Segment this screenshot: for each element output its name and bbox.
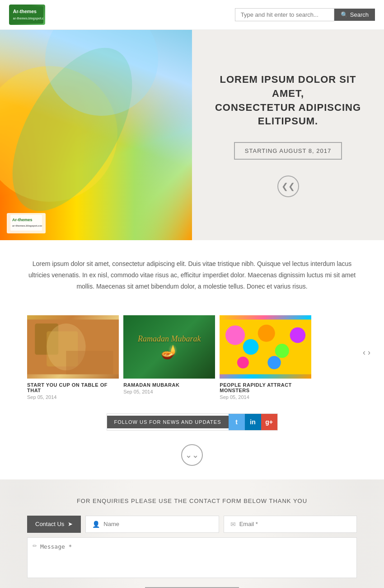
blog-card: Ramadan Mubarak 🪔 RAMADAN MUBARAK Sep 05… <box>123 315 215 400</box>
hero-cta-button[interactable]: STARTING AUGUST 8, 2017 <box>234 142 342 160</box>
name-field-wrapper: 👤 <box>85 516 219 533</box>
svg-point-12 <box>225 325 245 345</box>
linkedin-button[interactable]: in <box>245 414 261 430</box>
svg-point-15 <box>275 344 289 358</box>
search-icon: 🔍 <box>341 11 348 18</box>
intro-section: Lorem ipsum dolor sit amet, consectetur … <box>0 240 384 311</box>
card-date: Sep 05, 2014 <box>27 394 119 400</box>
blog-next-button[interactable]: › <box>368 348 370 357</box>
hero-content: LOREM IPSUM DOLOR SIT AMET,CONSECTETUR A… <box>192 30 384 240</box>
blog-prev-button[interactable]: ‹ <box>363 348 365 357</box>
hero-title: LOREM IPSUM DOLOR SIT AMET,CONSECTETUR A… <box>210 73 366 128</box>
hero-image: Ar-themes ar-themes.blogspot.com <box>0 30 192 240</box>
hero-logo-watermark: Ar-themes ar-themes.blogspot.com <box>7 213 46 233</box>
blog-card: PEOPLE RAPIDLY ATTRACT MONSTERS Sep 05, … <box>220 315 311 400</box>
message-icon: ✏ <box>33 543 37 549</box>
chevron-down-icon: ❮❮ <box>281 181 295 191</box>
follow-bar: FOLLOW US FOR NEWS AND UPDATES t in g+ <box>0 409 384 440</box>
follow-text: FOLLOW US FOR NEWS AND UPDATES <box>107 416 229 428</box>
scroll-center: ⌄⌄ <box>0 440 384 479</box>
contact-top-row: Contact Us ➤ 👤 ✉ <box>27 516 357 533</box>
search-area: 🔍 Search <box>235 8 375 21</box>
svg-point-17 <box>237 356 249 368</box>
card-date: Sep 05, 2014 <box>123 389 215 394</box>
search-label: Search <box>350 11 369 18</box>
svg-point-14 <box>258 324 275 341</box>
svg-text:Ar-themes: Ar-themes <box>12 218 33 222</box>
svg-point-18 <box>268 356 281 369</box>
blog-cards: START YOU CUP ON TABLE OF THAT Sep 05, 2… <box>27 315 311 400</box>
blog-section: START YOU CUP ON TABLE OF THAT Sep 05, 2… <box>0 311 384 409</box>
contact-us-button[interactable]: Contact Us ➤ <box>27 516 81 533</box>
blog-card-image <box>220 315 311 379</box>
message-field-wrapper: ✏ <box>27 537 357 578</box>
logo-area: Ar-themes ar-themes.blogspot.com <box>9 5 45 25</box>
svg-text:ar-themes.blogspot.com: ar-themes.blogspot.com <box>13 16 43 20</box>
scroll-down-button[interactable]: ❮❮ <box>277 175 299 197</box>
card-date: Sep 05, 2014 <box>220 394 311 400</box>
svg-point-13 <box>243 339 259 355</box>
blog-card-image: Ramadan Mubarak 🪔 <box>123 315 215 379</box>
message-textarea[interactable] <box>27 537 357 578</box>
twitter-button[interactable]: t <box>229 414 245 430</box>
name-input[interactable] <box>103 521 212 527</box>
svg-point-19 <box>290 357 301 368</box>
email-icon: ✉ <box>230 521 236 528</box>
blog-card: START YOU CUP ON TABLE OF THAT Sep 05, 2… <box>27 315 119 400</box>
blog-nav: ‹ › <box>363 348 370 357</box>
card-title: START YOU CUP ON TABLE OF THAT <box>27 382 119 393</box>
follow-bar-inner: FOLLOW US FOR NEWS AND UPDATES t in g+ <box>107 413 278 431</box>
svg-text:Ar-themes: Ar-themes <box>13 9 37 14</box>
contact-heading: FOR ENQUIRIES PLEASE USE THE CONTACT FOR… <box>27 498 357 504</box>
email-field-wrapper: ✉ <box>224 516 357 533</box>
intro-text: Lorem ipsum dolor sit amet, consectetur … <box>27 258 357 293</box>
contact-section: FOR ENQUIRIES PLEASE USE THE CONTACT FOR… <box>0 479 384 588</box>
search-input[interactable] <box>235 8 334 21</box>
person-icon: 👤 <box>92 521 100 528</box>
email-input[interactable] <box>239 521 350 527</box>
card-title: RAMADAN MUBARAK <box>123 382 215 388</box>
contact-btn-label: Contact Us <box>35 521 64 527</box>
gplus-button[interactable]: g+ <box>261 414 277 430</box>
svg-text:ar-themes.blogspot.com: ar-themes.blogspot.com <box>12 224 42 227</box>
blog-card-image <box>27 315 119 379</box>
send-icon: ➤ <box>68 521 73 527</box>
scroll-down-center-button[interactable]: ⌄⌄ <box>181 444 203 466</box>
svg-point-16 <box>290 327 306 343</box>
logo: Ar-themes ar-themes.blogspot.com <box>9 5 45 25</box>
card-title: PEOPLE RAPIDLY ATTRACT MONSTERS <box>220 382 311 393</box>
search-button[interactable]: 🔍 Search <box>334 9 375 21</box>
chevron-double-down-icon: ⌄⌄ <box>185 450 199 460</box>
svg-rect-10 <box>66 351 113 374</box>
header: Ar-themes ar-themes.blogspot.com 🔍 Searc… <box>0 0 384 30</box>
hero-section: Ar-themes ar-themes.blogspot.com LOREM I… <box>0 30 384 240</box>
